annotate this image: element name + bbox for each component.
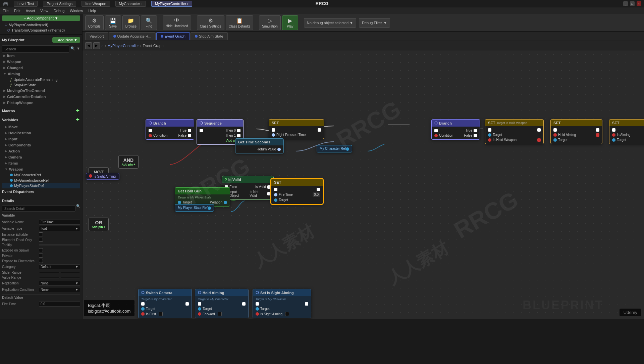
seq-then1-out[interactable] bbox=[237, 134, 240, 137]
var-camera[interactable]: ▶ Camera bbox=[2, 154, 80, 160]
debug-dropdown[interactable]: No debug object selected ▼ bbox=[304, 18, 356, 28]
node-branch2[interactable]: ⬡ Branch True Condition False bbox=[431, 119, 480, 140]
sub-tab-updateaccurate[interactable]: Update Accurate R... bbox=[109, 32, 156, 40]
branch1-cond-pin[interactable] bbox=[149, 134, 152, 137]
setfire-exec-out[interactable] bbox=[317, 188, 320, 191]
branch2-false-out[interactable] bbox=[474, 134, 477, 137]
detail-exposetocinema-checkbox[interactable] bbox=[39, 259, 43, 263]
sightaiming-pin[interactable] bbox=[89, 174, 92, 178]
add-new-button[interactable]: + Add New ▼ bbox=[52, 37, 80, 43]
node-getholdgun[interactable]: Get Hold Gun Target is My Player State T… bbox=[175, 187, 230, 207]
node-set-isholdweapon[interactable]: SET Target Is Hold Weapon Target bbox=[485, 119, 544, 144]
node-mycharacterref-top[interactable]: My Character Ref bbox=[317, 145, 352, 152]
detail-valuerange-max[interactable] bbox=[60, 277, 80, 278]
tab-projectsettings[interactable]: Project Settings bbox=[43, 1, 76, 7]
aiming-item-0[interactable]: ƒ UpdateAccurateRemaining bbox=[2, 77, 80, 82]
node-sightaiming[interactable]: s Sight Aiming bbox=[86, 173, 119, 180]
branch2-exec-in[interactable] bbox=[434, 129, 438, 132]
var-items[interactable]: ▶ Items bbox=[2, 160, 80, 166]
seq-exec-in[interactable] bbox=[200, 129, 203, 132]
sub-tab-viewport[interactable]: Viewport bbox=[85, 32, 108, 40]
play-button[interactable]: ▶ Play bbox=[282, 15, 298, 30]
menu-window[interactable]: Window bbox=[70, 9, 83, 13]
set4-isaiming-pin[interactable] bbox=[612, 133, 615, 137]
set3-exec-in[interactable] bbox=[553, 128, 557, 132]
set1-value-pin[interactable] bbox=[272, 133, 275, 137]
menu-view[interactable]: View bbox=[40, 9, 48, 13]
node-branch1[interactable]: ⬡ Branch True Condition False bbox=[146, 119, 194, 140]
node-or[interactable]: OR Add pin + bbox=[89, 218, 109, 231]
branch1-exec-in[interactable] bbox=[149, 129, 152, 132]
set3-exec-out[interactable] bbox=[596, 128, 599, 132]
breadcrumb-home-icon[interactable]: ⌂ bbox=[101, 44, 104, 48]
isvalid-notvalid-out[interactable] bbox=[267, 192, 271, 195]
detail-instanceeditable-checkbox[interactable] bbox=[39, 232, 43, 236]
node-set-isaiming[interactable]: SET Is Aiming Target bbox=[609, 119, 644, 144]
detail-exposeonspawn-checkbox[interactable] bbox=[39, 248, 43, 252]
holdaim-exec-in[interactable] bbox=[198, 302, 201, 306]
seq-then0-out[interactable] bbox=[237, 129, 240, 132]
node-myplayerstateref[interactable]: My Player State Ref bbox=[175, 204, 214, 212]
node-and[interactable]: AND Add pin + bbox=[118, 155, 139, 169]
menu-file[interactable]: File bbox=[3, 9, 9, 13]
mypsr-out-pin[interactable] bbox=[208, 207, 211, 210]
component-transform[interactable]: ⬡ TransformComponent (inherited) bbox=[2, 28, 80, 33]
menu-help[interactable]: Help bbox=[88, 9, 96, 13]
category-item[interactable]: ▶ Item bbox=[2, 53, 80, 59]
set1-exec-in[interactable] bbox=[272, 128, 275, 132]
var-move[interactable]: ▶ Move bbox=[2, 124, 80, 130]
detail-search-input[interactable] bbox=[2, 206, 75, 212]
switchcam-isfirst-pin[interactable] bbox=[141, 312, 145, 316]
holdaim-target-pin[interactable] bbox=[198, 307, 201, 311]
category-moving[interactable]: ▶ MovingOnTheGround bbox=[2, 88, 80, 94]
debug-filter-dropdown[interactable]: Debug Filter ▼ bbox=[359, 18, 390, 28]
or-addpin[interactable]: Add pin + bbox=[92, 225, 105, 229]
detail-vartype-dropdown[interactable]: float ▼ bbox=[39, 226, 80, 231]
detail-filter-icon[interactable]: 🔍 bbox=[76, 204, 80, 212]
detail-bpreadonly-checkbox[interactable] bbox=[39, 238, 43, 242]
blueprint-search-input[interactable] bbox=[2, 45, 69, 53]
set2-ishold-pin[interactable] bbox=[488, 138, 491, 142]
blueprint-canvas[interactable]: ⬡ Branch True Condition False bbox=[83, 50, 644, 319]
tab-mycharacter[interactable]: MyCharacter+ bbox=[115, 1, 146, 7]
detail-replication-dropdown[interactable]: None ▼ bbox=[39, 281, 80, 286]
var-input[interactable]: ▶ Input bbox=[2, 136, 80, 142]
node-set-rightpressedtime[interactable]: SET Right Pressed Time bbox=[269, 119, 324, 139]
minimize-btn[interactable]: _ bbox=[623, 1, 628, 6]
set2-exec-out[interactable] bbox=[537, 128, 541, 132]
set3-target-pin[interactable] bbox=[553, 138, 557, 142]
detail-repcondition-dropdown[interactable]: None ▼ bbox=[39, 287, 80, 292]
aiming-item-1[interactable]: ƒ StopAimState bbox=[2, 82, 80, 88]
maximize-btn[interactable]: □ bbox=[630, 1, 635, 6]
detail-valuerange-min[interactable] bbox=[39, 277, 59, 278]
variables-add-btn[interactable]: + bbox=[75, 116, 80, 123]
set4-target-pin[interactable] bbox=[612, 138, 615, 142]
node-gettimeseconds[interactable]: Get Time Seconds Return Value bbox=[235, 138, 284, 153]
switchcam-target-pin[interactable] bbox=[141, 307, 145, 311]
node-set-holdaiming[interactable]: SET Hold Aiming Target bbox=[550, 119, 602, 144]
compile-button[interactable]: ⚙ Compile bbox=[85, 15, 104, 30]
detail-sliderrange-max[interactable] bbox=[60, 272, 80, 273]
find-button[interactable]: 🔍 Find bbox=[141, 15, 157, 30]
close-btn[interactable]: × bbox=[637, 1, 641, 6]
detail-private-checkbox[interactable] bbox=[39, 254, 43, 258]
class-settings-button[interactable]: ⚙ Class Settings bbox=[197, 15, 224, 30]
category-aiming[interactable]: ▼ Aiming bbox=[2, 71, 80, 77]
node-switchcamera[interactable]: ⬡ Switch Camera Target is My Character T… bbox=[138, 289, 192, 318]
holdaim-forward-pin[interactable] bbox=[198, 312, 201, 316]
simulation-button[interactable]: ▷ Simulation bbox=[259, 15, 281, 30]
set2-exec-in[interactable] bbox=[488, 128, 491, 132]
set3-holdaiming-check[interactable] bbox=[596, 133, 599, 137]
holdaim-exec-out[interactable] bbox=[242, 302, 246, 306]
window-controls[interactable]: _ □ × bbox=[623, 1, 641, 6]
category-weapon[interactable]: ▶ Weapon bbox=[2, 59, 80, 65]
menu-asset[interactable]: Asset bbox=[26, 9, 35, 13]
set2-target-pin[interactable] bbox=[488, 133, 491, 137]
getgun-weapon-pin[interactable] bbox=[224, 201, 227, 204]
set2-ishold-check[interactable] bbox=[537, 138, 541, 142]
set3-holdaiming-pin[interactable] bbox=[553, 133, 557, 137]
set1-exec-out[interactable] bbox=[318, 128, 321, 132]
switchcam-exec-out[interactable] bbox=[185, 302, 189, 306]
node-set-firetime[interactable]: SET Fire Time 0.0 bbox=[271, 179, 323, 204]
macros-section[interactable]: Macros + bbox=[2, 106, 80, 115]
